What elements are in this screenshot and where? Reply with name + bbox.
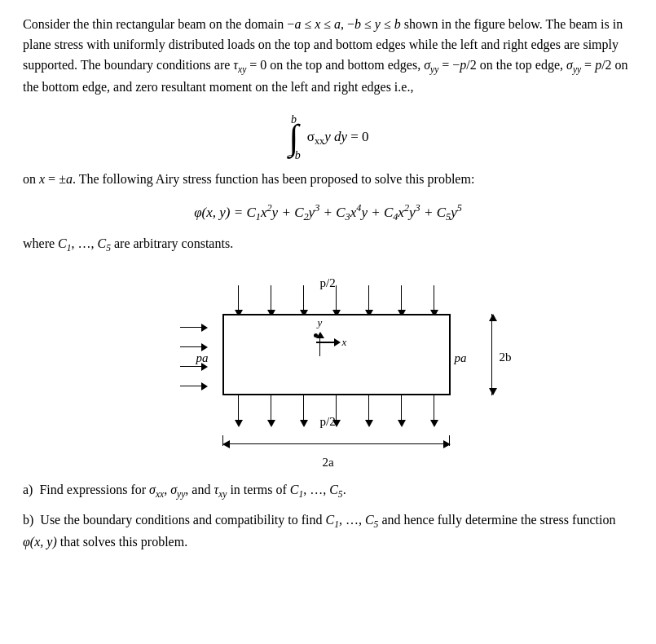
part-b: b) Use the boundary conditions and compa… (23, 510, 633, 553)
label-pa-left: pa (196, 349, 209, 368)
arrow-top-4 (332, 285, 341, 317)
arrow-top-3 (300, 285, 308, 317)
diagram: p/2 y (157, 269, 500, 457)
arrow-bot-5 (365, 395, 373, 427)
arrow-top-2 (267, 285, 275, 317)
arrow-left-1 (180, 324, 208, 332)
part-a: a) Find expressions for σxx, σyy, and τx… (23, 480, 633, 502)
dim-arrow-2b-top (489, 314, 497, 321)
dim-line-2b (491, 314, 493, 395)
arrow-bot-6 (398, 395, 406, 427)
arrows-top (222, 285, 451, 317)
arrow-bot-3 (300, 395, 308, 427)
arrow-top-6 (398, 285, 406, 317)
integral-equation: b ∫ −b σxxy dy = 0 (23, 108, 633, 161)
arrow-bot-2 (267, 395, 275, 427)
page-content: Consider the thin rectangular beam on th… (23, 15, 633, 553)
label-p2-bottom: p/2 (320, 412, 336, 431)
dim-line-2a (222, 440, 451, 448)
arrow-left-4 (180, 382, 208, 390)
on-x-line: on x = ±a. The following Airy stress fun… (23, 170, 633, 190)
beam-rectangle (222, 314, 451, 395)
dim-shaft (230, 443, 443, 445)
arrow-bot-1 (235, 395, 243, 427)
arrow-bot-7 (430, 395, 438, 427)
arrow-top-1 (235, 285, 243, 317)
x-axis-label: x (342, 334, 347, 351)
label-2b: 2b (500, 348, 512, 367)
where-constants: where C1, …, C5 are arbitrary constants. (23, 234, 633, 256)
x-arrow-shaft (316, 342, 334, 343)
dim-arrow-2b-bot (489, 388, 497, 395)
figure: p/2 y (23, 269, 633, 472)
arrow-top-7 (430, 285, 438, 317)
arrows-bottom (222, 395, 451, 427)
paragraph-1: Consider the thin rectangular beam on th… (23, 15, 633, 97)
y-axis-label: y (318, 315, 323, 331)
phi-equation: φ(x, y) = C1x2y + C2y3 + C3x4y + C4x2y3 … (23, 201, 633, 226)
label-pa-right: pa (455, 349, 467, 368)
arrow-top-5 (365, 285, 373, 317)
dim-tick-left (222, 435, 224, 446)
x-arrow-head (334, 338, 341, 346)
dim-tick-right (449, 435, 451, 446)
